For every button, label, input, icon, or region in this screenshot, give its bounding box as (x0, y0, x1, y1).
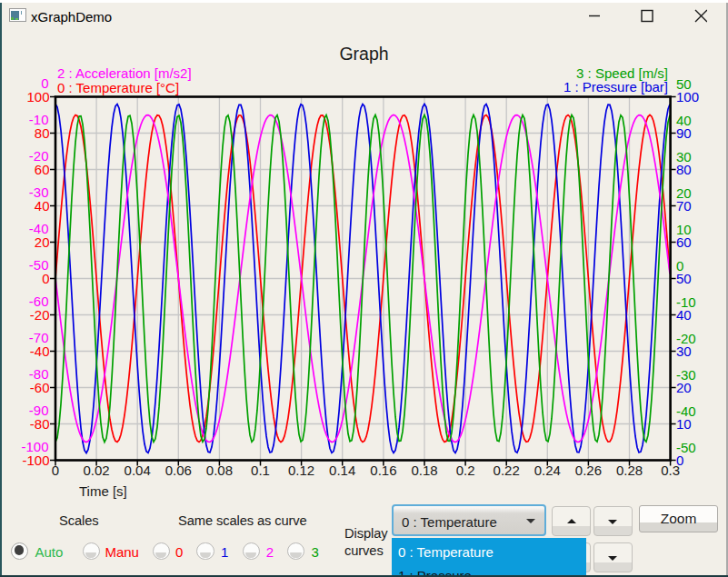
svg-text:-40: -40 (29, 221, 49, 236)
svg-text:-20: -20 (30, 307, 50, 323)
svg-text:100: 100 (26, 89, 49, 104)
svg-text:80: 80 (35, 125, 50, 141)
svg-text:-40: -40 (676, 403, 696, 419)
svg-text:0.18: 0.18 (411, 463, 437, 478)
svg-text:20: 20 (676, 185, 692, 201)
svg-text:0.16: 0.16 (370, 463, 396, 478)
svg-text:0.04: 0.04 (125, 463, 151, 478)
svg-text:0.14: 0.14 (329, 463, 355, 478)
svg-text:2 : Acceleration [m/s2]: 2 : Acceleration [m/s2] (57, 65, 192, 81)
svg-text:0.26: 0.26 (575, 463, 602, 478)
svg-text:0.22: 0.22 (494, 463, 520, 478)
svg-text:-60: -60 (29, 293, 49, 309)
svg-text:0.08: 0.08 (206, 463, 233, 478)
svg-text:0.3: 0.3 (661, 463, 680, 478)
svg-text:-20: -20 (676, 331, 696, 346)
svg-text:-80: -80 (29, 366, 49, 382)
svg-text:-100: -100 (22, 453, 49, 468)
svg-text:Time [s]: Time [s] (79, 483, 127, 499)
svg-text:20: 20 (35, 234, 50, 250)
svg-text:-10: -10 (29, 112, 49, 127)
svg-text:-30: -30 (29, 184, 49, 200)
svg-text:-20: -20 (29, 148, 49, 164)
svg-text:10: 10 (676, 222, 692, 237)
svg-text:-100: -100 (21, 439, 48, 454)
svg-text:-50: -50 (676, 440, 696, 455)
svg-text:0.24: 0.24 (534, 463, 561, 478)
svg-text:50: 50 (676, 76, 692, 92)
svg-text:0: 0 (42, 271, 49, 286)
svg-text:0 : Temperature [°C]: 0 : Temperature [°C] (57, 80, 179, 95)
svg-text:40: 40 (676, 113, 692, 128)
svg-text:-30: -30 (676, 367, 696, 383)
svg-text:0.12: 0.12 (288, 463, 314, 478)
svg-text:40: 40 (35, 198, 50, 214)
svg-text:-10: -10 (676, 294, 696, 310)
svg-text:-50: -50 (29, 257, 49, 273)
svg-text:-40: -40 (30, 343, 50, 359)
svg-text:-60: -60 (30, 380, 50, 395)
svg-text:0.02: 0.02 (83, 463, 109, 478)
svg-text:0.28: 0.28 (616, 463, 643, 478)
svg-text:0: 0 (52, 463, 59, 478)
svg-text:0.06: 0.06 (165, 463, 192, 478)
svg-text:0: 0 (41, 75, 48, 91)
svg-text:0: 0 (676, 258, 683, 274)
svg-text:30: 30 (676, 149, 692, 164)
svg-text:0.1: 0.1 (251, 463, 270, 478)
svg-text:60: 60 (35, 162, 50, 177)
svg-text:-90: -90 (29, 403, 49, 418)
svg-text:1 : Pressure [bar]: 1 : Pressure [bar] (563, 79, 668, 95)
svg-text:-70: -70 (29, 330, 49, 345)
svg-text:0.2: 0.2 (456, 463, 475, 478)
svg-text:-80: -80 (30, 416, 50, 432)
